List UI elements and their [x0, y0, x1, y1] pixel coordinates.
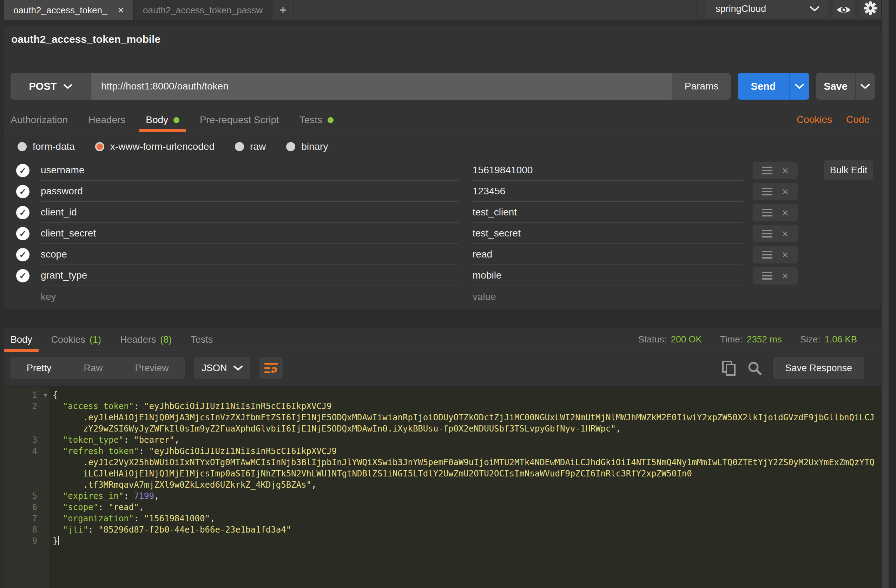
- row-enabled-checkbox[interactable]: ✓: [16, 248, 29, 261]
- response-tab-tests[interactable]: Tests: [190, 328, 213, 351]
- value-cell[interactable]: test_client: [472, 202, 743, 223]
- code-lines: 1▾{2 "access_token": "eyJhbGciOiJIUzI1Ni…: [4, 389, 881, 547]
- drag-handle-icon[interactable]: [762, 209, 773, 216]
- bulk-edit-button[interactable]: Bulk Edit: [824, 160, 873, 180]
- code-segment: :: [134, 401, 144, 411]
- drag-handle-icon[interactable]: [762, 272, 773, 280]
- url-input[interactable]: http://host1:8000/oauth/token: [91, 73, 672, 100]
- save-options-button[interactable]: [855, 73, 875, 100]
- delete-row-icon[interactable]: ×: [782, 249, 789, 260]
- chevron-down-icon: [233, 365, 242, 371]
- open-request-tabs: oauth2_access_token_×oauth2_access_token…: [4, 0, 273, 20]
- body-mode-raw[interactable]: raw: [235, 141, 266, 152]
- delete-row-icon[interactable]: ×: [782, 270, 789, 281]
- value-cell[interactable]: mobile: [472, 265, 743, 286]
- params-button[interactable]: Params: [672, 73, 731, 100]
- response-tab-cookies[interactable]: Cookies(1): [51, 328, 102, 351]
- request-title: oauth2_access_token_mobile: [11, 33, 160, 45]
- key-cell[interactable]: password: [41, 181, 459, 202]
- row-enabled-checkbox[interactable]: ✓: [16, 185, 29, 198]
- tab-body[interactable]: Body: [146, 109, 180, 131]
- request-tab[interactable]: oauth2_access_token_×: [4, 0, 134, 20]
- settings-button[interactable]: [860, 0, 881, 18]
- delete-row-icon[interactable]: ×: [782, 186, 789, 197]
- value-cell[interactable]: value: [472, 286, 743, 307]
- code-segment: [53, 502, 63, 512]
- key-cell[interactable]: client_id: [41, 202, 459, 223]
- row-enabled-checkbox[interactable]: ✓: [16, 269, 29, 283]
- cookies-link[interactable]: Cookies: [797, 114, 832, 125]
- panel-scrollbar[interactable]: [881, 0, 888, 588]
- value-cell[interactable]: 15619841000: [472, 160, 743, 181]
- line-number: 2: [4, 401, 49, 412]
- save-response-button[interactable]: Save Response: [773, 357, 864, 379]
- time-value: 2352 ms: [747, 334, 782, 345]
- request-tab[interactable]: oauth2_access_token_passw: [134, 0, 273, 20]
- key-cell[interactable]: client_secret: [41, 223, 459, 244]
- view-mode-raw[interactable]: Raw: [68, 357, 119, 379]
- url-row: POST http://host1:8000/oauth/token Param…: [11, 73, 875, 100]
- copy-button[interactable]: [722, 360, 736, 376]
- close-tab-icon[interactable]: ×: [117, 5, 124, 15]
- row-enabled-checkbox[interactable]: ✓: [16, 164, 29, 177]
- drag-handle-icon[interactable]: [762, 251, 773, 258]
- code-segment: iLCJleHAiOjE1NjQ1MjE1MjcsImp0aSI6IjNhZTk…: [83, 469, 692, 479]
- send-options-button[interactable]: [789, 73, 809, 100]
- body-mode-binary[interactable]: binary: [286, 141, 328, 152]
- drag-handle-icon[interactable]: [762, 230, 773, 237]
- response-actions: Save Response: [722, 357, 875, 379]
- line-number: [4, 457, 49, 468]
- send-button[interactable]: Send: [738, 73, 789, 100]
- row-enabled-checkbox[interactable]: ✓: [16, 206, 29, 219]
- row-enabled-checkbox[interactable]: ✓: [16, 227, 29, 240]
- view-mode-preview[interactable]: Preview: [119, 357, 185, 379]
- method-selector[interactable]: POST: [11, 73, 91, 100]
- request-title-bar: oauth2_access_token_mobile: [4, 26, 881, 53]
- wrap-text-button[interactable]: [259, 357, 283, 379]
- key-value-row: ✓keyvalue×: [4, 286, 881, 307]
- code-link[interactable]: Code: [846, 114, 870, 125]
- key-cell[interactable]: grant_type: [41, 265, 459, 286]
- value-cell[interactable]: 123456: [472, 181, 743, 202]
- tab-label: Headers: [120, 334, 156, 345]
- delete-row-icon[interactable]: ×: [782, 165, 789, 176]
- code-segment: "scope": [63, 502, 98, 512]
- method-label: POST: [29, 81, 57, 92]
- delete-row-icon[interactable]: ×: [782, 228, 789, 239]
- search-button[interactable]: [747, 361, 762, 375]
- view-mode-pretty[interactable]: Pretty: [11, 357, 68, 379]
- environment-selector[interactable]: springCloud: [706, 0, 827, 18]
- response-tab-headers[interactable]: Headers(8): [120, 328, 172, 351]
- tab-authorization[interactable]: Authorization: [11, 109, 68, 131]
- code-segment: "expires_in": [63, 491, 123, 501]
- code-line: 5 "expires_in": 7199,: [4, 491, 881, 502]
- window-scrollbar[interactable]: [888, 0, 896, 588]
- format-selector[interactable]: JSON: [194, 357, 250, 379]
- fold-caret-icon[interactable]: ▾: [44, 389, 47, 401]
- key-cell[interactable]: key: [41, 286, 459, 307]
- response-tab-body[interactable]: Body: [11, 328, 32, 351]
- save-button[interactable]: Save: [816, 73, 855, 100]
- code-segment: .eyJ1c2VyX25hbWUiOiIxNTYxOTg0MTAwMCIsInN…: [83, 457, 875, 467]
- tab-tests[interactable]: Tests: [300, 109, 334, 131]
- value-cell[interactable]: read: [472, 244, 743, 265]
- code-segment: ,: [210, 514, 215, 523]
- key-cell[interactable]: scope: [41, 244, 459, 265]
- value-cell[interactable]: test_secret: [472, 223, 743, 244]
- body-mode-x-www-form-urlencoded[interactable]: x-www-form-urlencoded: [95, 141, 215, 152]
- drag-handle-icon[interactable]: [762, 167, 773, 174]
- tab-headers[interactable]: Headers: [88, 109, 125, 131]
- body-mode-form-data[interactable]: form-data: [18, 141, 75, 152]
- key-value-row: ✓password123456×: [4, 181, 881, 202]
- response-body-viewer[interactable]: 1▾{2 "access_token": "eyJhbGciOiJIUzI1Ni…: [4, 386, 881, 588]
- urlencoded-key-value-editor: ✓username15619841000×✓password123456×✓cl…: [4, 160, 881, 307]
- environment-quick-look-button[interactable]: [833, 0, 854, 18]
- key-cell[interactable]: username: [41, 160, 459, 181]
- tab-pre-request-script[interactable]: Pre-request Script: [200, 109, 279, 131]
- drag-handle-icon[interactable]: [762, 188, 773, 195]
- eye-icon: [836, 5, 851, 15]
- code-segment: :: [134, 514, 144, 523]
- row-controls: ×: [753, 225, 798, 242]
- delete-row-icon[interactable]: ×: [782, 207, 789, 218]
- new-tab-button[interactable]: +: [273, 0, 294, 20]
